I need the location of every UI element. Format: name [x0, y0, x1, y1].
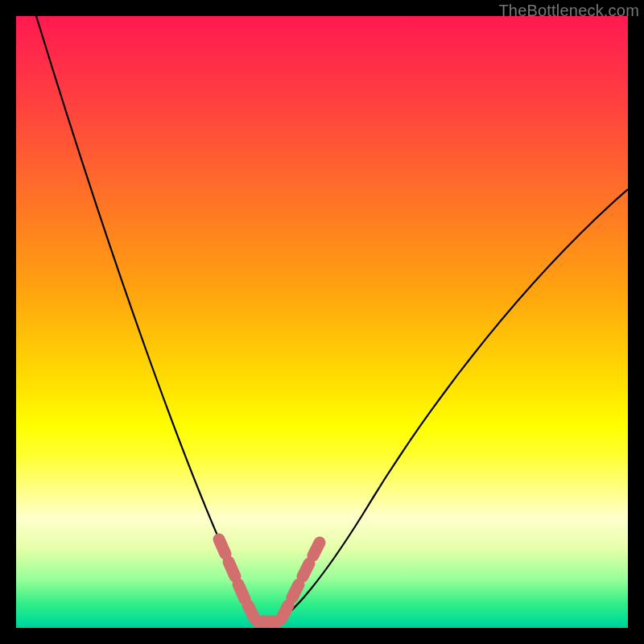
marker-dot: [248, 605, 254, 618]
left-marker-group: [219, 539, 254, 618]
marker-dot: [229, 562, 235, 576]
marker-dot: [292, 584, 299, 597]
right-marker-group: [282, 543, 320, 618]
bottleneck-curve: [36, 16, 628, 621]
marker-dot: [219, 539, 225, 554]
marker-dot: [282, 605, 288, 618]
watermark-text: TheBottleneck.com: [498, 2, 639, 20]
marker-dot: [303, 564, 309, 576]
marker-dot: [238, 584, 245, 599]
marker-dot: [313, 543, 320, 555]
bottleneck-curve-svg: [16, 16, 628, 628]
chart-plot-area: [16, 16, 628, 628]
